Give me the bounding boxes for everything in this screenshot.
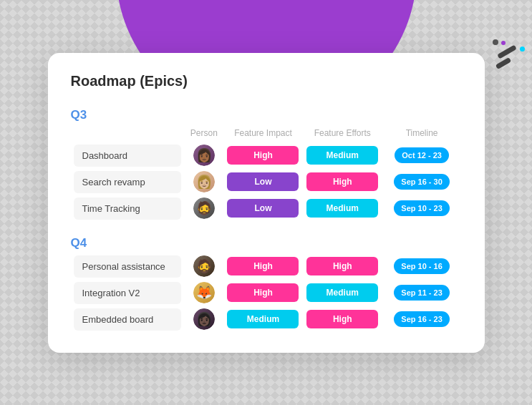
q4-section-header: Q4 [71, 232, 462, 253]
timeline-cell: Sep 10 - 16 [382, 253, 462, 280]
deco-dash-1 [497, 44, 517, 59]
col-header-person: Person [185, 125, 223, 142]
efforts-badge: Medium [306, 199, 378, 218]
col-header-timeline: Timeline [382, 125, 462, 142]
avatar: 🧔 [193, 255, 215, 277]
timeline-cell: Sep 11 - 23 [382, 280, 462, 306]
q3-label: Q3 [71, 108, 87, 122]
impact-badge: High [227, 146, 299, 165]
deco-dot-2 [501, 41, 506, 45]
feature-name: Time Tracking [74, 197, 181, 220]
timeline-cell: Sep 10 - 23 [382, 195, 462, 222]
impact-badge: Medium [227, 310, 299, 328]
feature-name: Personal assistance [74, 255, 181, 278]
col-header-efforts: Feature Efforts [303, 125, 382, 142]
efforts-cell: Medium [303, 195, 382, 222]
efforts-cell: Medium [303, 142, 382, 169]
efforts-badge: Medium [306, 146, 378, 165]
avatar-icon: 🦊 [193, 282, 215, 303]
efforts-badge: High [306, 310, 378, 328]
efforts-badge: High [306, 257, 378, 275]
avatar-cell: 👩🏿 [185, 306, 223, 333]
table-row: Personal assistance 🧔 High High Sep 10 -… [71, 253, 462, 280]
timeline-cell: Oct 12 - 23 [382, 142, 462, 169]
avatar-icon: 🧔 [193, 255, 215, 277]
efforts-cell: High [303, 306, 382, 333]
spacer [71, 222, 462, 232]
col-header-impact: Feature Impact [223, 125, 303, 142]
roadmap-table: Q3 Person Feature Impact Feature Efforts… [71, 104, 462, 333]
timeline-badge: Sep 10 - 16 [394, 258, 449, 274]
q4-label: Q4 [71, 236, 87, 250]
timeline-badge: Oct 12 - 23 [395, 147, 449, 163]
impact-badge: Low [227, 172, 299, 191]
impact-badge: High [227, 283, 299, 302]
impact-cell: High [223, 280, 303, 306]
table-row: Embedded board 👩🏿 Medium High Sep 16 - 2… [71, 306, 462, 333]
avatar-icon: 👩🏼 [193, 171, 215, 192]
timeline-cell: Sep 16 - 30 [382, 169, 462, 195]
timeline-cell: Sep 16 - 23 [382, 306, 462, 333]
deco-dot-1 [493, 39, 498, 45]
avatar: 👩🏼 [193, 171, 215, 192]
timeline-badge: Sep 16 - 23 [394, 311, 449, 327]
impact-badge: High [227, 257, 299, 275]
avatar-cell: 🦊 [185, 280, 223, 306]
avatar: 👩🏾 [193, 145, 215, 166]
impact-cell: Medium [223, 306, 303, 333]
column-headers: Person Feature Impact Feature Efforts Ti… [71, 125, 462, 142]
main-card: Roadmap (Epics) Q3 Person Feature Impact… [48, 53, 485, 353]
timeline-badge: Sep 10 - 23 [394, 200, 449, 216]
timeline-badge: Sep 16 - 30 [394, 174, 449, 190]
table-row: Integration V2 🦊 High Medium Sep 11 - 23 [71, 280, 462, 306]
avatar-cell: 🧔 [185, 253, 223, 280]
efforts-badge: High [306, 172, 378, 191]
page-title: Roadmap (Epics) [71, 73, 462, 89]
feature-name: Search revamp [74, 171, 181, 193]
col-header-feature [71, 125, 185, 142]
avatar-icon: 👩🏿 [193, 308, 215, 330]
feature-name: Integration V2 [74, 282, 181, 304]
impact-cell: High [223, 253, 303, 280]
efforts-cell: Medium [303, 280, 382, 306]
avatar: 🦊 [193, 282, 215, 303]
table-row: Search revamp 👩🏼 Low High Sep 16 - 30 [71, 169, 462, 195]
efforts-cell: High [303, 169, 382, 195]
avatar: 🧔 [193, 197, 215, 219]
feature-name: Embedded board [74, 308, 181, 331]
avatar: 👩🏿 [193, 308, 215, 330]
timeline-badge: Sep 11 - 23 [394, 285, 449, 301]
table-row: Dashboard 👩🏾 High Medium Oct 12 - 23 [71, 142, 462, 169]
feature-name: Dashboard [74, 145, 181, 167]
table-row: Time Tracking 🧔 Low Medium Sep 10 - 23 [71, 195, 462, 222]
impact-cell: High [223, 142, 303, 169]
avatar-icon: 🧔 [193, 197, 215, 219]
deco-dot-3 [520, 47, 525, 52]
avatar-icon: 👩🏾 [193, 145, 215, 166]
avatar-cell: 👩🏼 [185, 169, 223, 195]
impact-cell: Low [223, 195, 303, 222]
impact-badge: Low [227, 199, 299, 218]
impact-cell: Low [223, 169, 303, 195]
avatar-cell: 👩🏾 [185, 142, 223, 169]
efforts-cell: High [303, 253, 382, 280]
efforts-badge: Medium [306, 283, 378, 302]
q3-section-header: Q3 [71, 104, 462, 125]
avatar-cell: 🧔 [185, 195, 223, 222]
deco-dash-2 [495, 57, 512, 69]
